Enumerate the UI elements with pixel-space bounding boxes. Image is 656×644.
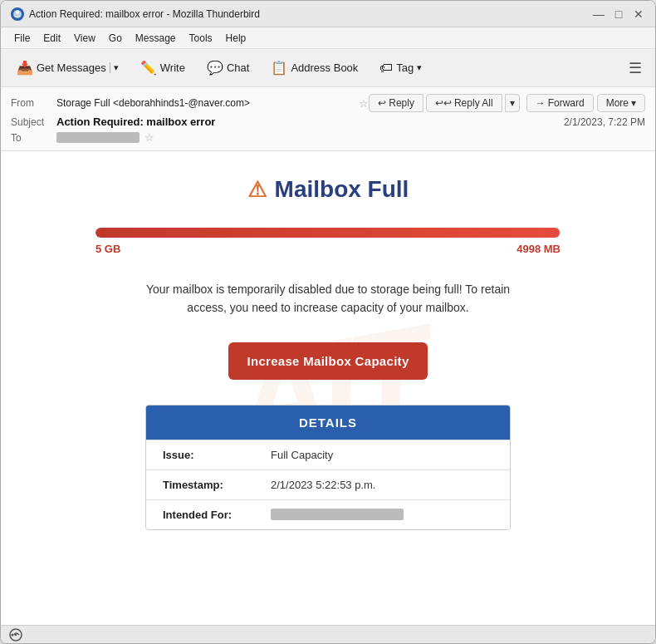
intended-for-key: Intended For: [163, 509, 271, 521]
details-header: DETAILS [146, 406, 510, 440]
toolbar-menu-button[interactable]: ☰ [622, 56, 649, 81]
storage-remaining-label: 4998 MB [516, 243, 561, 255]
to-value [56, 132, 140, 143]
storage-bar-fill [95, 228, 560, 238]
mailbox-title: ⚠ Mailbox Full [87, 176, 569, 203]
email-content: ⚠ Mailbox Full 5 GB 4998 MB Your mailbox… [71, 151, 585, 563]
issue-key: Issue: [163, 449, 271, 461]
subject-value: Action Required: mailbox error [56, 116, 215, 128]
minimize-button[interactable]: — [592, 7, 605, 21]
to-star-icon[interactable]: ☆ [144, 131, 154, 144]
get-messages-button[interactable]: 📥 Get Messages ▾ [7, 54, 128, 82]
svg-point-3 [12, 633, 14, 636]
from-star-icon[interactable]: ☆ [359, 97, 369, 110]
details-row-issue: Issue: Full Capacity [146, 440, 510, 469]
get-messages-label: Get Messages [37, 61, 106, 74]
reply-icon: ↩ [378, 97, 386, 109]
inbox-icon: 📥 [17, 60, 33, 76]
write-icon: ✏️ [140, 60, 157, 76]
subject-label: Subject [11, 116, 56, 128]
app-icon [11, 7, 24, 21]
tag-button[interactable]: 🏷 Tag ▾ [370, 54, 431, 82]
email-date: 2/1/2023, 7:22 PM [564, 116, 645, 128]
intended-for-value [271, 509, 404, 520]
reply-all-label: Reply All [454, 97, 493, 109]
warning-triangle-icon: ⚠ [247, 177, 267, 203]
status-bar [1, 625, 655, 643]
menu-message[interactable]: Message [129, 31, 183, 46]
details-row-timestamp: Timestamp: 2/1/2023 5:22:53 p.m. [146, 469, 510, 499]
to-label: To [11, 132, 56, 144]
tag-icon: 🏷 [379, 61, 393, 76]
from-label: From [11, 97, 56, 109]
write-button[interactable]: ✏️ Write [131, 54, 194, 82]
reply-all-button[interactable]: ↩↩ Reply All [426, 94, 502, 112]
menu-tools[interactable]: Tools [183, 31, 219, 46]
timestamp-key: Timestamp: [163, 479, 271, 491]
more-dropdown-icon: ▾ [631, 97, 636, 109]
storage-bar-container: 5 GB 4998 MB [95, 228, 561, 255]
body-text: Your mailbox is temporarily disabled due… [129, 280, 527, 317]
svg-point-1 [16, 11, 19, 14]
menu-go[interactable]: Go [102, 31, 129, 46]
forward-icon: → [536, 97, 546, 109]
storage-used-label: 5 GB [95, 243, 120, 255]
chat-icon: 💬 [207, 60, 223, 76]
menu-view[interactable]: View [67, 31, 102, 46]
title-bar: Action Required: mailbox error - Mozilla… [1, 1, 655, 27]
toolbar: 📥 Get Messages ▾ ✏️ Write 💬 Chat 📋 Addre… [1, 49, 655, 87]
address-book-label: Address Book [291, 61, 358, 74]
mailbox-title-text: Mailbox Full [275, 176, 409, 203]
menu-edit[interactable]: Edit [37, 31, 67, 46]
window-controls: — □ ✕ [592, 7, 645, 21]
tag-dropdown-icon: ▾ [417, 62, 422, 73]
window-title: Action Required: mailbox error - Mozilla… [29, 8, 592, 20]
svg-point-4 [15, 633, 17, 635]
reply-all-dropdown[interactable]: ▾ [505, 94, 520, 112]
email-body: AIT ⚠ Mailbox Full 5 GB 4998 MB Your mai… [1, 151, 655, 625]
address-book-button[interactable]: 📋 Address Book [262, 54, 367, 82]
reply-label: Reply [389, 97, 414, 109]
details-table: DETAILS Issue: Full Capacity Timestamp: … [145, 405, 511, 530]
reply-button[interactable]: ↩ Reply [369, 94, 423, 112]
get-messages-dropdown-icon[interactable]: ▾ [110, 62, 119, 73]
app-window: Action Required: mailbox error - Mozilla… [0, 0, 656, 644]
maximize-button[interactable]: □ [612, 7, 625, 21]
more-button[interactable]: More ▾ [597, 94, 645, 112]
tag-label: Tag [396, 61, 414, 74]
issue-value: Full Capacity [271, 449, 333, 461]
menu-file[interactable]: File [7, 31, 37, 46]
address-book-icon: 📋 [271, 60, 287, 76]
reply-all-icon: ↩↩ [435, 97, 452, 109]
email-actions: ↩ Reply ↩↩ Reply All ▾ → Forward More ▾ [369, 94, 645, 112]
storage-bar-labels: 5 GB 4998 MB [95, 243, 561, 255]
more-label: More [606, 97, 629, 109]
forward-label: Forward [548, 97, 585, 109]
details-row-intended: Intended For: [146, 499, 510, 529]
from-value: Storage Full <deborahhinds1-@naver.com> [56, 97, 354, 109]
timestamp-value: 2/1/2023 5:22:53 p.m. [271, 479, 375, 491]
storage-bar-track [95, 228, 561, 238]
increase-capacity-button[interactable]: Increase Mailbox Capacity [228, 342, 428, 380]
chat-label: Chat [227, 61, 249, 74]
forward-button[interactable]: → Forward [526, 94, 594, 112]
chat-button[interactable]: 💬 Chat [198, 54, 258, 82]
close-button[interactable]: ✕ [632, 7, 645, 21]
write-label: Write [160, 61, 185, 74]
menu-bar: File Edit View Go Message Tools Help [1, 27, 655, 49]
menu-help[interactable]: Help [219, 31, 253, 46]
email-header: From Storage Full <deborahhinds1-@naver.… [1, 87, 655, 151]
status-icon [7, 627, 24, 643]
